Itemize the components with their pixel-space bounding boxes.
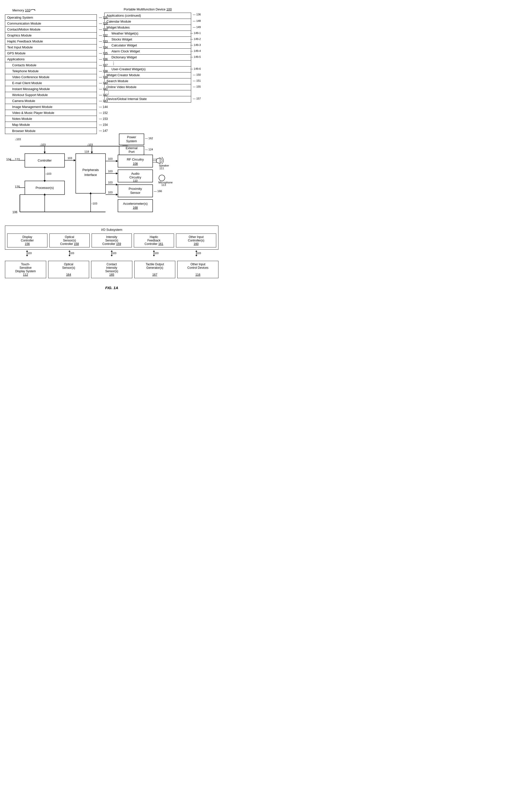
svg-text:120: 120 [15,185,20,189]
svg-marker-24 [74,159,76,161]
ref-152: — 152 [99,111,108,115]
svg-marker-40 [116,194,118,196]
io-section-box: I/O Subsystem DisplayController156 Optic… [5,226,219,250]
svg-text:111: 111 [159,167,164,170]
svg-text:103: 103 [197,252,201,255]
svg-text:103: 103 [108,181,112,184]
mem-row-contact: Contact/Motion Module — 130 [5,27,97,33]
svg-text:113: 113 [161,183,166,187]
pmd-dictionary: Dictionary Widget — 149-5 [104,54,191,61]
svg-marker-56 [156,158,160,164]
svg-text:↑103: ↑103 [91,202,97,205]
mem-row-os: Operating System — 126 [5,15,97,21]
svg-text:Interface: Interface [84,173,97,177]
io-arrows: 103 103 103 103 103 [5,250,219,257]
svg-text:106: 106 [12,210,17,214]
svg-text:System: System [126,139,137,143]
ref-147: — 147 [99,129,108,132]
svg-text:Accelerometer(s): Accelerometer(s) [123,202,148,206]
pmd-ref: 100 [166,7,172,11]
svg-text:Power: Power [127,135,136,139]
device-touch-display: Touch-SensitiveDisplay System112 [5,261,46,278]
pmd-search: Search Module — 151 [104,78,191,84]
pmd-online-video: Online Video Module — 155 [104,84,191,90]
svg-text:103: 103 [108,157,112,160]
svg-text:Port: Port [129,150,134,153]
ref-154: — 154 [99,123,108,127]
svg-text:Controller: Controller [38,159,52,162]
svg-marker-101 [195,250,197,252]
diagram-container: Memory 102 Operating System — 126 Commun… [5,7,219,290]
svg-text:Peripherals: Peripherals [82,168,99,172]
pmd-box: — 136 — 148 Applications (continued) Cal… [104,13,191,102]
device-optical-sensor: OpticalSensor(s)164 [48,261,90,278]
pmd-calendar: Calendar Module [104,19,191,25]
pmd-widgets-header: Widget Modules — 149 [104,25,191,31]
svg-rect-53 [118,199,153,212]
mem-row-graphics: Graphics Module — 132 [5,33,97,38]
svg-text:Sensor: Sensor [130,191,141,195]
svg-marker-37 [116,184,118,185]
middle-svg: ↓103 ↓103 ↓103 Controller 122 Processor(… [5,141,219,221]
mem-row-video-conf: Video Conference Module — 139 [5,74,97,80]
device-tactile-output: Tactile OutputGenerator(s)167 [134,261,176,278]
mem-row-im: Instant Messaging Module — 141 [5,86,97,92]
io-other-input-controller: Other InputController(s)160 [176,233,216,247]
memory-section: Memory 102 Operating System — 126 Commun… [5,7,97,134]
svg-text:↓103: ↓103 [87,143,93,146]
svg-marker-89 [68,250,70,252]
mem-row-apps-header: Applications — 136 [5,56,97,62]
pmd-stocks: Stocks Widget — 149-2 [104,37,191,43]
svg-marker-93 [111,250,113,252]
pmd-weather: Weather Widget(s) — 149-1 [104,31,191,37]
mem-row-video-music: Video & Music Player Module — 152 [5,110,97,116]
svg-marker-97 [153,250,155,252]
mem-row-map: Map Module — 154 [5,122,97,128]
svg-text:168: 168 [133,206,138,209]
svg-text:↕103: ↕103 [45,172,51,175]
io-controllers-row: DisplayController156 OpticalSensor(s)Con… [7,233,216,247]
pmd-device-state: Device/Global Internal State — 157 [104,96,191,102]
svg-point-62 [159,175,165,181]
svg-text:103: 103 [67,157,72,160]
mem-row-email: E-mail Client Module — 140 [5,80,97,86]
io-arrow-1: 103 [7,250,47,257]
svg-text:103: 103 [108,170,112,173]
svg-text:Circuitry: Circuitry [129,176,141,179]
io-devices-row: Touch-SensitiveDisplay System112 Optical… [5,261,219,278]
svg-text:110: 110 [133,179,138,182]
svg-text:— 162: — 162 [145,137,153,140]
io-arrow-4: 103 [134,250,174,257]
io-display-controller: DisplayController156 [7,233,47,247]
mem-row-browser: Browser Module — 147 [5,128,97,134]
io-arrow-2: 103 [49,250,90,257]
io-arrow-5: 103 [176,250,216,257]
svg-text:104: 104 [6,158,11,161]
mem-row-workout: Workout Support Module — 142 [5,92,97,98]
device-other-input: Other InputControl Devices116 [177,261,219,278]
svg-text:Proximity: Proximity [129,187,142,191]
pmd-widget-creator: Widget Creator Module — 150 [104,72,191,78]
pmd-dots-1: ⋮ [104,61,191,66]
io-intensity-controller: IntensitySensor(s)Controller 159 [92,233,132,247]
svg-text:103: 103 [112,252,116,255]
io-arrow-3: 103 [92,250,132,257]
svg-text:103: 103 [70,252,74,255]
svg-text:108: 108 [133,162,138,165]
svg-text:External: External [126,146,138,150]
device-contact-intensity: ContactIntensitySensor(s)165 [91,261,132,278]
io-optical-sensor-controller: OpticalSensor(s)Controller 158 [49,233,90,247]
svg-text:— 166: — 166 [154,190,162,193]
pmd-user-created: User-Created Widget(s) — 149-6 [104,66,191,72]
mem-row-notes: Notes Module — 153 [5,116,97,122]
svg-marker-98 [153,255,155,256]
svg-text:103: 103 [28,252,32,255]
mem-row-gps: GPS Module — 135 [5,50,97,56]
svg-marker-3 [44,152,46,153]
pmd-dots-2: ⋮ [104,90,191,96]
svg-marker-102 [195,255,197,256]
svg-marker-34 [116,173,118,175]
svg-text:Processor(s): Processor(s) [35,186,54,190]
pmd-section: Portable Multifunction Device 100 — 136 … [104,7,191,102]
svg-marker-31 [116,160,118,162]
